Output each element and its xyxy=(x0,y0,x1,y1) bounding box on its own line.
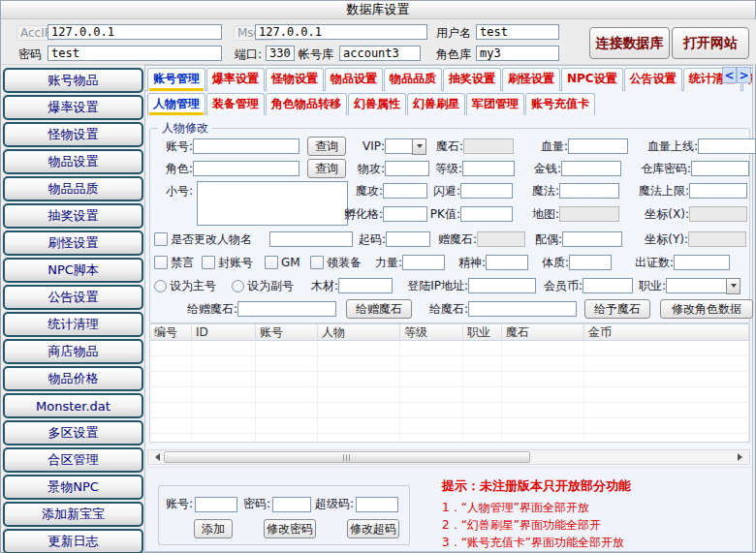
tab-item-quality[interactable]: 物品品质 xyxy=(384,68,442,91)
scrollbar-thumb[interactable] xyxy=(164,451,530,463)
sidebar-item-changelog[interactable]: 更新日志 xyxy=(3,529,143,553)
hp-max-input[interactable] xyxy=(698,138,756,154)
pk-input[interactable] xyxy=(460,206,513,222)
sidebar-item-item-quality[interactable]: 物品品质 xyxy=(3,176,143,201)
tab-equipment-management[interactable]: 装备管理 xyxy=(206,93,265,115)
column-header[interactable]: ID xyxy=(192,324,256,340)
roledb-input[interactable] xyxy=(476,46,559,61)
scroll-right-arrow-icon[interactable] xyxy=(735,450,749,464)
column-header[interactable]: 账号 xyxy=(256,324,318,340)
job-dropdown-arrow-icon[interactable] xyxy=(726,278,740,294)
sidebar-item-spawn[interactable]: 刷怪设置 xyxy=(3,230,143,256)
modify-role-data-button[interactable]: 修改角色数据 xyxy=(660,299,753,319)
msgip-input[interactable] xyxy=(255,24,427,40)
open-website-button[interactable]: 打开网站 xyxy=(672,27,749,59)
matk-input[interactable] xyxy=(383,183,427,199)
sidebar-item-lottery[interactable]: 抽奖设置 xyxy=(3,203,143,229)
bottom-password-input[interactable] xyxy=(272,497,311,512)
sidebar-item-account-items[interactable]: 账号物品 xyxy=(3,68,143,93)
storage-pw-input[interactable] xyxy=(691,161,749,176)
give-gift-stone-input[interactable] xyxy=(237,301,336,317)
sidebar-item-droprate[interactable]: 爆率设置 xyxy=(3,95,143,120)
gm-checkbox[interactable] xyxy=(265,256,278,269)
member-coin-input[interactable] xyxy=(583,278,633,293)
tab-droprate[interactable]: 爆率设置 xyxy=(206,68,265,91)
sidebar-item-multizone[interactable]: 多区设置 xyxy=(3,420,143,445)
rename-checkbox[interactable] xyxy=(154,232,168,246)
scroll-left-arrow-icon[interactable] xyxy=(148,450,163,464)
login-ip-input[interactable] xyxy=(468,278,536,293)
tab-item-transfer[interactable]: 角色物品转移 xyxy=(266,93,347,115)
dodge-input[interactable] xyxy=(460,183,513,199)
tab-spawn[interactable]: 刷怪设置 xyxy=(502,68,560,91)
tab-beast-attributes[interactable]: 幻兽属性 xyxy=(348,93,406,115)
accountdb-input[interactable] xyxy=(339,46,421,61)
tab-recharge-card[interactable]: 账号充值卡 xyxy=(525,93,595,115)
job-input[interactable] xyxy=(666,278,726,293)
bottom-account-input[interactable] xyxy=(195,497,237,512)
supercode-input[interactable] xyxy=(356,497,398,512)
column-header[interactable]: 人物 xyxy=(318,324,400,340)
vip-dropdown-arrow-icon[interactable] xyxy=(412,138,426,155)
password-input[interactable] xyxy=(47,46,222,61)
scrollbar-track[interactable] xyxy=(163,450,735,464)
tab-legion-management[interactable]: 军团管理 xyxy=(466,93,524,115)
tab-account-management[interactable]: 账号管理 xyxy=(147,68,205,91)
give-gift-stone-button[interactable]: 给赠魔石 xyxy=(346,299,412,319)
column-header[interactable]: 职业 xyxy=(463,324,502,340)
accip-input[interactable] xyxy=(47,24,222,40)
sidebar-item-scenery-npc[interactable]: 景物NPC xyxy=(3,475,143,500)
main-account-radio[interactable] xyxy=(154,280,167,292)
spirit-input[interactable] xyxy=(486,255,528,270)
sidebar-item-item-settings[interactable]: 物品设置 xyxy=(3,149,143,174)
hatch-input[interactable] xyxy=(383,206,427,222)
connect-db-button[interactable]: 连接数据库 xyxy=(589,27,670,59)
mute-checkbox[interactable] xyxy=(154,256,168,269)
column-header[interactable]: 魔石 xyxy=(502,324,584,340)
ban-checkbox[interactable] xyxy=(202,256,215,269)
hp-input[interactable] xyxy=(568,138,628,154)
column-header[interactable]: 等级 xyxy=(400,324,463,340)
sidebar-item-add-pet[interactable]: 添加新宝宝 xyxy=(3,502,143,527)
mp-max-input[interactable] xyxy=(689,183,747,199)
qima-input[interactable] xyxy=(386,231,430,247)
wood-input[interactable] xyxy=(338,278,393,293)
money-input[interactable] xyxy=(561,161,621,176)
role-input[interactable] xyxy=(193,161,299,176)
sidebar-item-merge-zone[interactable]: 合区管理 xyxy=(3,447,143,473)
change-password-button[interactable]: 修改密码 xyxy=(264,519,316,538)
tab-character-management[interactable]: 人物管理 xyxy=(147,93,205,115)
tab-announcement[interactable]: 公告设置 xyxy=(624,68,682,91)
tab-beast-star[interactable]: 幻兽刷星 xyxy=(407,93,465,115)
tab-scroll-left-icon[interactable]: < xyxy=(722,67,737,83)
sidebar-item-shop-items[interactable]: 商店物品 xyxy=(3,339,143,364)
mp-input[interactable] xyxy=(559,183,619,199)
sidebar-item-npc-script[interactable]: NPC脚本 xyxy=(3,258,143,283)
sidebar-item-stats-clean[interactable]: 统计清理 xyxy=(3,312,143,337)
query-role-button[interactable]: 查询 xyxy=(307,159,346,178)
sidebar-item-monster[interactable]: 怪物设置 xyxy=(3,122,143,147)
equip-checkbox[interactable] xyxy=(310,256,324,269)
tab-lottery[interactable]: 抽奖设置 xyxy=(443,68,501,91)
rename-input[interactable] xyxy=(269,231,353,247)
column-header[interactable]: 金币 xyxy=(584,324,749,340)
horizontal-scrollbar[interactable] xyxy=(147,449,750,465)
column-header[interactable]: 编号 xyxy=(150,324,192,340)
job-combobox[interactable] xyxy=(666,278,740,294)
vip-input[interactable] xyxy=(385,138,412,154)
sidebar-item-announcement[interactable]: 公告设置 xyxy=(3,285,143,310)
sidebar-item-item-price[interactable]: 物品价格 xyxy=(3,366,143,391)
port-input[interactable] xyxy=(266,46,295,61)
sub-account-radio[interactable] xyxy=(232,280,244,292)
physique-input[interactable] xyxy=(569,255,612,270)
give-stone-button[interactable]: 给予魔石 xyxy=(584,299,650,319)
tab-npc-settings[interactable]: NPC设置 xyxy=(561,68,623,91)
patk-input[interactable] xyxy=(385,161,429,176)
vip-combobox[interactable] xyxy=(385,138,426,155)
change-supercode-button[interactable]: 修改超码 xyxy=(347,519,399,538)
give-stone-input[interactable] xyxy=(468,301,577,317)
query-account-button[interactable]: 查询 xyxy=(307,137,346,156)
level-input[interactable] xyxy=(462,161,515,176)
tab-scroll-right-icon[interactable]: > xyxy=(737,67,751,83)
add-account-button[interactable]: 添加 xyxy=(194,519,233,538)
